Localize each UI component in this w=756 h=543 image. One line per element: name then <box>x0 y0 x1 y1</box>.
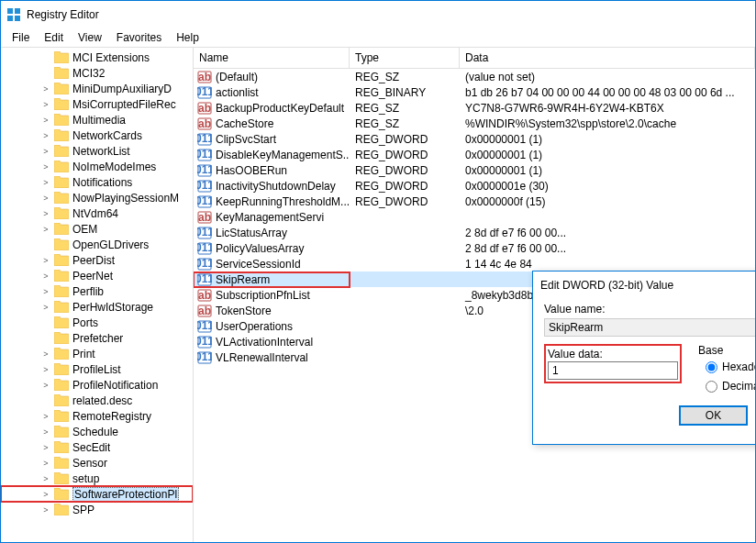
radio-dec[interactable] <box>706 381 717 393</box>
list-row[interactable]: abKeyManagementServi <box>194 209 755 225</box>
tree-item[interactable]: >NetworkCards <box>1 127 193 143</box>
col-header-type[interactable]: Type <box>350 48 460 68</box>
ok-button[interactable]: OK <box>679 405 748 426</box>
list-row[interactable]: 011actionlistREG_BINARYb1 db 26 b7 04 00… <box>194 84 755 100</box>
folder-icon <box>54 114 69 126</box>
tree-item[interactable]: >Print <box>1 346 193 361</box>
expander-icon[interactable]: > <box>41 131 50 140</box>
expander-icon[interactable]: > <box>41 365 50 374</box>
tree-item[interactable]: >Sensor <box>1 455 193 471</box>
expander-icon[interactable]: > <box>41 178 50 187</box>
binary-value-icon: 011 <box>197 179 212 194</box>
tree-item[interactable]: >SoftwareProtectionPl <box>1 486 193 502</box>
expander-icon[interactable]: > <box>41 349 50 359</box>
tree-item[interactable]: >Perflib <box>1 283 193 299</box>
binary-value-icon: 011 <box>197 335 212 349</box>
tree-item[interactable]: >PerHwIdStorage <box>1 299 193 315</box>
tree-item[interactable]: Ports <box>1 315 193 330</box>
edit-dword-dialog: Edit DWORD (32-bit) Value ✕ Value name: … <box>532 271 755 445</box>
expander-icon[interactable]: > <box>41 116 50 125</box>
tree-item[interactable]: MCI Extensions <box>1 50 193 65</box>
tree-item[interactable]: >PeerNet <box>1 268 193 283</box>
col-header-data[interactable]: Data <box>460 48 755 68</box>
cell-type: REG_SZ <box>350 117 460 130</box>
menu-file[interactable]: File <box>5 29 37 46</box>
tree-item[interactable]: >MiniDumpAuxiliaryD <box>1 81 193 96</box>
list-row[interactable]: 011KeepRunningThresholdM...REG_DWORD0x00… <box>194 194 755 209</box>
expander-icon[interactable]: > <box>41 209 50 218</box>
svg-text:011: 011 <box>197 85 212 98</box>
tree-item[interactable]: >NtVdm64 <box>1 205 193 221</box>
expander-icon[interactable]: > <box>41 427 50 437</box>
list-row[interactable]: abBackupProductKeyDefaultREG_SZYC7N8-G7W… <box>194 100 755 116</box>
expander-icon[interactable]: > <box>41 162 50 172</box>
radio-hex[interactable] <box>706 361 717 373</box>
expander-icon[interactable]: > <box>41 287 50 296</box>
list-row[interactable]: 011HasOOBERunREG_DWORD0x00000001 (1) <box>194 162 755 178</box>
cell-name: 011KeepRunningThresholdM... <box>194 194 350 209</box>
value-name-input[interactable] <box>544 318 755 337</box>
tree-item[interactable]: >ProfileNotification <box>1 377 193 393</box>
menu-favorites[interactable]: Favorites <box>109 29 169 46</box>
list-pane[interactable]: Name Type Data ab(Default)REG_SZ(value n… <box>194 48 755 542</box>
col-header-name[interactable]: Name <box>194 48 350 68</box>
tree-item[interactable]: related.desc <box>1 393 193 408</box>
svg-text:ab: ab <box>198 71 211 83</box>
dialog-titlebar[interactable]: Edit DWORD (32-bit) Value ✕ <box>533 272 755 299</box>
tree-item[interactable]: >RemoteRegistry <box>1 408 193 424</box>
tree-item[interactable]: >Multimedia <box>1 112 193 127</box>
expander-icon[interactable]: > <box>41 490 50 499</box>
menu-view[interactable]: View <box>71 29 109 46</box>
radio-hex-label: Hexadecimal <box>722 360 755 373</box>
expander-icon[interactable]: > <box>41 272 50 281</box>
list-row[interactable]: 011ServiceSessionId1 14 4c 4e 84 <box>194 256 755 272</box>
cell-name: 011DisableKeyManagementS... <box>194 148 350 162</box>
cell-data: 0x00000001 (1) <box>460 149 755 161</box>
menu-help[interactable]: Help <box>169 29 206 46</box>
expander-icon[interactable]: > <box>41 474 50 483</box>
expander-icon[interactable]: > <box>41 505 50 515</box>
expander-icon[interactable]: > <box>41 412 50 421</box>
tree-item[interactable]: >SecEdit <box>1 439 193 455</box>
tree-item-label: OEM <box>72 223 97 236</box>
tree-item[interactable]: >Schedule <box>1 424 193 439</box>
expander-icon[interactable]: > <box>41 100 50 109</box>
expander-icon[interactable]: > <box>41 147 50 156</box>
tree-item[interactable]: >Notifications <box>1 174 193 190</box>
list-row[interactable]: abCacheStoreREG_SZ%WINDIR%\System32\spp\… <box>194 116 755 131</box>
tree-item[interactable]: OpenGLDrivers <box>1 237 193 252</box>
tree-item[interactable]: >ProfileList <box>1 361 193 377</box>
tree-item[interactable]: >NowPlayingSessionM <box>1 190 193 205</box>
tree-item[interactable]: >NoImeModeImes <box>1 159 193 174</box>
tree-item[interactable]: >PeerDist <box>1 252 193 268</box>
menu-edit[interactable]: Edit <box>37 29 71 46</box>
list-row[interactable]: ab(Default)REG_SZ(value not set) <box>194 69 755 84</box>
tree-item[interactable]: >MsiCorruptedFileRec <box>1 96 193 112</box>
tree-item[interactable]: >setup <box>1 471 193 486</box>
expander-icon[interactable]: > <box>41 443 50 452</box>
expander-icon[interactable]: > <box>41 84 50 94</box>
svg-text:011: 011 <box>197 319 212 332</box>
list-row[interactable]: 011LicStatusArray2 8d df e7 f6 00 00... <box>194 225 755 240</box>
expander-icon[interactable]: > <box>41 303 50 312</box>
expander-icon[interactable]: > <box>41 225 50 234</box>
folder-icon <box>54 238 69 250</box>
expander-icon[interactable]: > <box>41 194 50 203</box>
expander-icon[interactable]: > <box>41 381 50 390</box>
svg-text:011: 011 <box>197 226 212 238</box>
list-row[interactable]: 011InactivityShutdownDelayREG_DWORD0x000… <box>194 178 755 194</box>
tree-item[interactable]: >SPP <box>1 502 193 517</box>
value-data-input[interactable] <box>548 361 678 380</box>
list-row[interactable]: 011PolicyValuesArray2 8d df e7 f6 00 00.… <box>194 240 755 256</box>
tree-item[interactable]: >OEM <box>1 221 193 237</box>
tree-pane[interactable]: MCI ExtensionsMCI32>MiniDumpAuxiliaryD>M… <box>1 48 194 542</box>
list-row[interactable]: 011ClipSvcStartREG_DWORD0x00000001 (1) <box>194 131 755 147</box>
value-name-text: (Default) <box>216 71 258 83</box>
expander-icon[interactable]: > <box>41 459 50 468</box>
tree-item[interactable]: >NetworkList <box>1 143 193 159</box>
list-row[interactable]: 011DisableKeyManagementS...REG_DWORD0x00… <box>194 147 755 162</box>
tree-item[interactable]: Prefetcher <box>1 330 193 346</box>
folder-icon <box>54 83 69 94</box>
expander-icon[interactable]: > <box>41 256 50 265</box>
tree-item[interactable]: MCI32 <box>1 65 193 81</box>
